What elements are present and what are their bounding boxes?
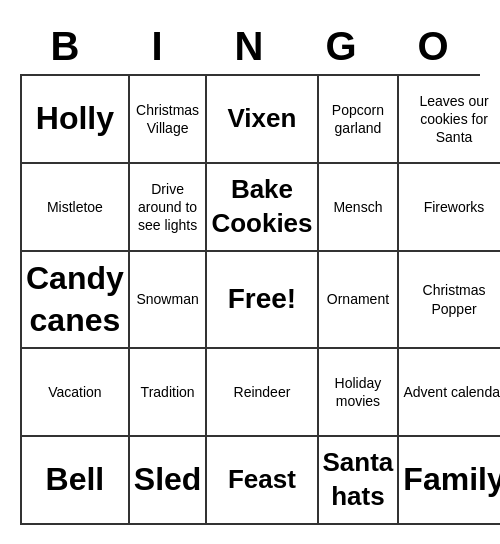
header-o: O <box>388 19 480 74</box>
bingo-cell: Ornament <box>319 252 400 349</box>
bingo-cell: Sled <box>130 437 208 525</box>
bingo-cell: Reindeer <box>207 349 318 437</box>
bingo-cell: Drive around to see lights <box>130 164 208 252</box>
bingo-cell: Holly <box>22 76 130 164</box>
bingo-cell: Vixen <box>207 76 318 164</box>
bingo-cell: Mistletoe <box>22 164 130 252</box>
bingo-cell: Christmas Village <box>130 76 208 164</box>
bingo-cell: Leaves our cookies for Santa <box>399 76 500 164</box>
bingo-cell: Mensch <box>319 164 400 252</box>
bingo-cell: Snowman <box>130 252 208 349</box>
bingo-cell: Free! <box>207 252 318 349</box>
bingo-cell: Popcorn garland <box>319 76 400 164</box>
bingo-grid: HollyChristmas VillageVixenPopcorn garla… <box>20 74 480 525</box>
header-b: B <box>20 19 112 74</box>
header-n: N <box>204 19 296 74</box>
bingo-cell: Christmas Popper <box>399 252 500 349</box>
bingo-cell: Bake Cookies <box>207 164 318 252</box>
bingo-cell: Vacation <box>22 349 130 437</box>
bingo-cell: Santa hats <box>319 437 400 525</box>
bingo-cell: Candy canes <box>22 252 130 349</box>
bingo-cell: Advent calendar <box>399 349 500 437</box>
bingo-card: B I N G O HollyChristmas VillageVixenPop… <box>10 9 490 535</box>
header-g: G <box>296 19 388 74</box>
bingo-cell: Family <box>399 437 500 525</box>
bingo-cell: Holiday movies <box>319 349 400 437</box>
bingo-cell: Bell <box>22 437 130 525</box>
bingo-header: B I N G O <box>20 19 480 74</box>
bingo-cell: Tradition <box>130 349 208 437</box>
bingo-cell: Feast <box>207 437 318 525</box>
bingo-cell: Fireworks <box>399 164 500 252</box>
header-i: I <box>112 19 204 74</box>
